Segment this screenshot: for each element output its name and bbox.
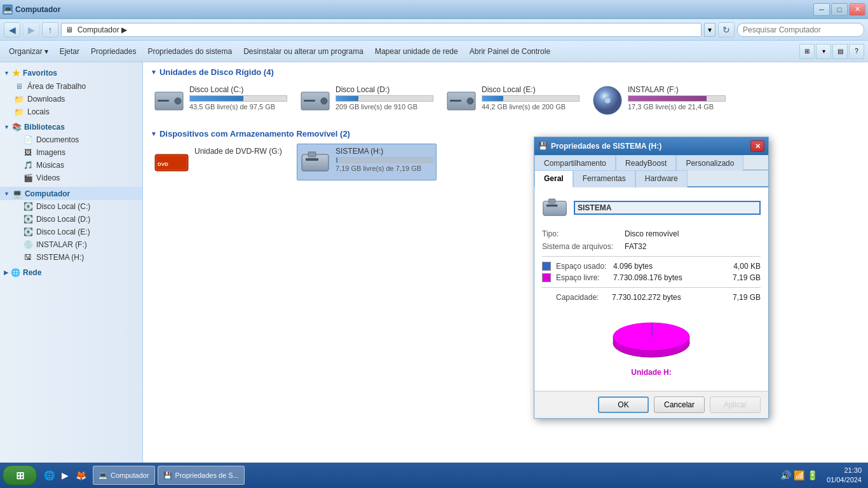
dialog-ok-button[interactable]: OK	[598, 396, 649, 413]
sidebar-item-downloads[interactable]: 📁 Downloads	[0, 93, 142, 105]
drive-c-item[interactable]: Disco Local (C:) 43,5 GB livre(s) de 97,…	[151, 82, 290, 119]
sidebar-locals-label: Locais	[27, 107, 50, 116]
drive-e-item[interactable]: Disco Local (E:) 44,2 GB livre(s) de 200…	[443, 82, 583, 119]
sidebar-libraries-section: ▼ 📚 Bibliotecas 📄 Documentos 🖼 Imagens 🎵…	[0, 121, 142, 184]
pie-chart	[604, 308, 699, 365]
taskbar-quick-launch: 🌐 ▶ 🦊	[42, 468, 88, 482]
sidebar-item-locals[interactable]: 📁 Locais	[0, 105, 142, 118]
dialog-separator-2	[542, 287, 761, 288]
network-icon: 🌐	[11, 268, 20, 277]
path-text: 🖥 Computador ▶	[65, 25, 127, 34]
hdd-section-header[interactable]: Unidades de Disco Rígido (4)	[151, 67, 860, 77]
taskbar-btn-computer[interactable]: 💻 Computador	[93, 466, 155, 485]
back-button[interactable]: ◀	[4, 22, 20, 37]
tab-geral[interactable]: Geral	[534, 170, 573, 187]
documents-icon: 📄	[24, 135, 33, 144]
sidebar-drive-e-label: Disco Local (E:)	[36, 227, 90, 236]
sidebar-network-header[interactable]: ▶ 🌐 Rede	[0, 266, 142, 279]
start-button[interactable]: ⊞	[3, 465, 37, 485]
refresh-button[interactable]: ↻	[718, 22, 735, 37]
organize-button[interactable]: Organizar ▾	[4, 43, 53, 60]
libraries-arrow-icon: ▼	[4, 124, 10, 130]
eject-button[interactable]: Ejetar	[55, 43, 85, 60]
view-btn-pane[interactable]: ▤	[832, 44, 848, 59]
properties-button[interactable]: Propriedades	[86, 43, 141, 60]
drive-g-info: Unidade de DVD-RW (G:)	[194, 147, 287, 157]
pie-label: Unidade H:	[631, 368, 671, 377]
dialog-cancel-button[interactable]: Cancelar	[654, 396, 705, 413]
drive-h-item[interactable]: SISTEMA (H:) 7,19 GB livre(s) de 7,19 GB	[297, 144, 437, 180]
dialog-titlebar: 💾 Propriedades de SISTEMA (H:) ✕	[534, 137, 768, 155]
sidebar-item-music[interactable]: 🎵 Músicas	[0, 159, 142, 172]
drive-c-name: Disco Local (C:)	[189, 85, 287, 94]
sidebar-item-e[interactable]: 💽 Disco Local (E:)	[0, 226, 142, 238]
tab-readyboost[interactable]: ReadyBoost	[616, 155, 676, 171]
dialog-used-row: Espaço usado: 4.096 bytes 4,00 KB	[542, 262, 761, 271]
sidebar-item-c[interactable]: 💽 Disco Local (C:)	[0, 200, 142, 213]
sidebar-item-f[interactable]: 💿 INSTALAR (F:)	[0, 238, 142, 251]
sidebar-item-desktop[interactable]: 🖥 Área de Trabalho	[0, 80, 142, 93]
dialog-close-button[interactable]: ✕	[750, 140, 764, 152]
taskbar-firefox-icon[interactable]: 🦊	[74, 468, 88, 482]
dialog-apply-button[interactable]: Aplicar	[710, 396, 761, 413]
sidebar-item-d[interactable]: 💽 Disco Local (D:)	[0, 213, 142, 226]
sidebar-images-label: Imagens	[36, 148, 65, 157]
free-color-block	[542, 273, 551, 282]
minimize-button[interactable]: ─	[813, 3, 830, 16]
sidebar-libraries-header[interactable]: ▼ 📚 Bibliotecas	[0, 121, 142, 133]
maximize-button[interactable]: □	[831, 3, 848, 16]
sidebar: ▼ ★ Favoritos 🖥 Área de Trabalho 📁 Downl…	[0, 62, 143, 463]
sidebar-computer-header[interactable]: ▼ 💻 Computador	[0, 187, 142, 200]
close-button[interactable]: ✕	[849, 3, 865, 16]
sidebar-item-videos[interactable]: 🎬 Vídeos	[0, 172, 142, 184]
taskbar-ie-icon[interactable]: 🌐	[42, 468, 56, 482]
drive-e-size: 44,2 GB livre(s) de 200 GB	[482, 103, 580, 111]
drive-c-bar	[190, 96, 243, 101]
drive-f-item[interactable]: INSTALAR (F:) 17,3 GB livre(s) de 21,4 G…	[589, 82, 729, 119]
tab-hardware[interactable]: Hardware	[635, 170, 688, 187]
address-dropdown[interactable]: ▾	[704, 23, 715, 37]
system-clock[interactable]: 21:30 01/04/2024	[823, 466, 865, 485]
search-input[interactable]	[737, 23, 864, 37]
control-panel-button[interactable]: Abrir Painel de Controle	[465, 43, 555, 60]
tray-volume-icon[interactable]: 🔊	[780, 470, 791, 480]
locals-folder-icon: 📁	[14, 107, 24, 117]
help-button[interactable]: ?	[849, 44, 864, 59]
title-bar: 💻 Computador ─ □ ✕	[0, 0, 868, 19]
hdd-section-title: Unidades de Disco Rígido (4)	[159, 67, 274, 77]
removable-section-title: Dispositivos com Armazenamento Removível…	[159, 129, 350, 139]
tab-compartilhamento[interactable]: Compartilhamento	[534, 155, 616, 171]
drive-g-item[interactable]: DVD Unidade de DVD-RW (G:)	[151, 144, 290, 180]
sidebar-item-documents[interactable]: 📄 Documentos	[0, 133, 142, 146]
dialog-drive-name-input[interactable]	[574, 201, 761, 215]
sidebar-item-images[interactable]: 🖼 Imagens	[0, 146, 142, 159]
address-path[interactable]: 🖥 Computador ▶	[61, 23, 702, 37]
sidebar-favorites-header[interactable]: ▼ ★ Favoritos	[0, 66, 142, 80]
window-title: Computador	[15, 5, 60, 14]
dialog-type-label: Tipo:	[542, 229, 625, 238]
forward-button[interactable]: ▶	[23, 22, 39, 37]
tab-personalizado[interactable]: Personalizado	[676, 155, 743, 171]
dialog-fs-label: Sistema de arquivos:	[542, 242, 625, 251]
tray-network-icon[interactable]: 📶	[794, 470, 804, 480]
drive-f-bar	[628, 96, 707, 101]
view-btn-grid[interactable]: ⊞	[799, 44, 815, 59]
libraries-icon: 📚	[12, 123, 22, 132]
tray-battery-icon[interactable]: 🔋	[807, 470, 818, 480]
sidebar-item-h[interactable]: 🖫 SISTEMA (H:)	[0, 251, 142, 264]
map-drive-button[interactable]: Mapear unidade de rede	[370, 43, 463, 60]
favorites-arrow-icon: ▼	[4, 70, 10, 76]
taskbar-props-icon: 💾	[163, 471, 172, 480]
drive-c-bar-container	[189, 95, 287, 102]
up-button[interactable]: ↑	[42, 22, 58, 37]
drive-d-item[interactable]: Disco Local (D:) 209 GB livre(s) de 910 …	[297, 82, 437, 119]
uninstall-button[interactable]: Desinstalar ou alterar um programa	[238, 43, 369, 60]
taskbar-right: 🔊 📶 🔋 21:30 01/04/2024	[780, 466, 865, 485]
taskbar-media-icon[interactable]: ▶	[58, 468, 72, 482]
taskbar-btn-properties[interactable]: 💾 Propriedades de S...	[158, 466, 245, 485]
properties-dialog: 💾 Propriedades de SISTEMA (H:) ✕ Compart…	[534, 137, 769, 419]
system-properties-button[interactable]: Propriedades do sistema	[142, 43, 237, 60]
view-btn-dropdown[interactable]: ▾	[816, 44, 831, 59]
favorites-star-icon: ★	[12, 68, 20, 78]
tab-ferramentas[interactable]: Ferramentas	[573, 170, 635, 187]
